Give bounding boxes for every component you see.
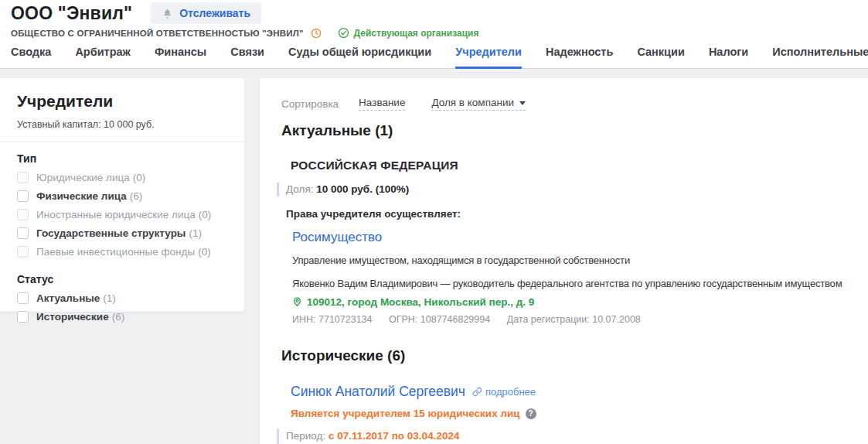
- inn-value: ИНН: 7710723134: [292, 314, 373, 325]
- follow-button-label: Отслеживать: [179, 7, 250, 19]
- company-page: ООО "Энвил" Отслеживать ОБЩЕСТВО С ОГРАН…: [0, 0, 868, 444]
- checkbox[interactable]: [17, 172, 29, 183]
- filter-label: Иностранные юридические лица: [36, 209, 196, 220]
- tab-sankcii[interactable]: Санкции: [637, 46, 684, 69]
- filter-foreign-entities[interactable]: Иностранные юридические лица(0): [17, 209, 227, 220]
- filter-count: (6): [112, 311, 125, 323]
- filter-label: Государственные структуры: [36, 227, 186, 239]
- filter-investment-funds[interactable]: Паевые инвестиционные фонды(0): [17, 246, 227, 258]
- agency-link[interactable]: Росимущество: [292, 230, 382, 245]
- ogrn-value: ОГРН: 1087746829994: [389, 314, 490, 325]
- sort-by-share-label: Доля в компании: [431, 97, 514, 108]
- sort-row: Сортировка Название Доля в компании: [281, 97, 853, 111]
- location-pin-icon: [292, 296, 302, 308]
- title-row: ООО "Энвил" Отслеживать: [0, 0, 868, 23]
- historical-section-heading: Исторические (6): [281, 347, 853, 364]
- help-icon[interactable]: [526, 408, 536, 419]
- filter-legal-entities[interactable]: Юридические лица(0): [17, 172, 227, 183]
- bell-icon: [162, 8, 173, 19]
- subtitle-row: ОБЩЕСТВО С ОГРАНИЧЕННОЙ ОТВЕТСТВЕННОСТЬЮ…: [0, 27, 868, 39]
- filter-count: (6): [130, 190, 143, 202]
- founder-card-russian-federation: РОССИЙСКАЯ ФЕДЕРАЦИЯ Доля: 10 000 руб. (…: [281, 159, 853, 325]
- checkbox[interactable]: [17, 246, 29, 258]
- sort-by-name[interactable]: Название: [359, 97, 405, 111]
- company-full-name: ОБЩЕСТВО С ОГРАНИЧЕННОЙ ОТВЕТСТВЕННОСТЬЮ…: [11, 29, 304, 38]
- filter-label: Физические лица: [36, 190, 127, 202]
- tab-finansy[interactable]: Финансы: [155, 46, 206, 69]
- sidebar-title: Учредители: [17, 92, 227, 111]
- filter-count: (0): [133, 172, 146, 183]
- details-link[interactable]: подробнее: [472, 386, 536, 398]
- page-title: ООО "Энвил": [11, 3, 132, 24]
- tab-svodka[interactable]: Сводка: [11, 46, 51, 69]
- tab-bar: Сводка Арбитраж Финансы Связи Суды общей…: [11, 46, 868, 69]
- filter-individuals[interactable]: Физические лица(6): [17, 190, 227, 202]
- tab-nalogi[interactable]: Налоги: [709, 46, 748, 69]
- chevron-down-icon: [519, 101, 526, 105]
- rights-label: Права учредителя осуществляет:: [286, 208, 853, 220]
- warning-text: Является учредителем 15 юридических лиц: [291, 408, 520, 419]
- filter-group-status-heading: Статус: [17, 273, 227, 285]
- clock-icon[interactable]: [311, 28, 322, 39]
- filters-sidebar: Учредители Уставный капитал: 10 000 руб.…: [0, 78, 244, 312]
- filter-actual[interactable]: Актуальные(1): [17, 292, 227, 304]
- filter-historical[interactable]: Исторические(6): [17, 311, 227, 323]
- filter-group-type-heading: Тип: [17, 152, 227, 165]
- period-block: Период: с 07.11.2017 по 03.04.2024 Руков…: [277, 429, 853, 444]
- agency-description: Управление имуществом, находящимся в гос…: [292, 252, 853, 268]
- checkbox[interactable]: [17, 227, 29, 239]
- period-label: Период:: [286, 430, 325, 442]
- share-label: Доля:: [286, 183, 313, 195]
- founder-warning-row: Является учредителем 15 юридических лиц: [291, 408, 853, 419]
- filter-count: (0): [199, 209, 212, 220]
- checkbox[interactable]: [17, 190, 29, 202]
- filter-count: (1): [189, 227, 202, 239]
- filter-state-structures[interactable]: Государственные структуры(1): [17, 227, 227, 239]
- filter-label: Исторические: [36, 311, 109, 323]
- person-link[interactable]: Синюк Анатолий Сергеевич: [291, 384, 465, 400]
- filter-count: (1): [103, 292, 116, 304]
- status-badge: Действующая организация: [338, 27, 479, 39]
- founders-content: Сортировка Название Доля в компании Акту…: [260, 78, 868, 444]
- filter-count: (0): [198, 246, 211, 258]
- founder-card-sinyuk: Синюк Анатолий Сергеевич подробнее Являе…: [281, 384, 853, 444]
- follow-button[interactable]: Отслеживать: [151, 2, 261, 24]
- period-value: с 07.11.2017 по 03.04.2024: [328, 430, 460, 442]
- agency-address-text: 109012, город Москва, Никольский пер., д…: [307, 296, 534, 308]
- sidebar-divider: [0, 142, 244, 142]
- status-badge-label: Действующая организация: [354, 28, 479, 39]
- tab-sudy[interactable]: Суды общей юрисдикции: [288, 46, 431, 69]
- period-row: Период: с 07.11.2017 по 03.04.2024: [286, 429, 853, 444]
- founder-name: РОССИЙСКАЯ ФЕДЕРАЦИЯ: [291, 159, 853, 172]
- checkbox[interactable]: [17, 292, 29, 304]
- tab-svyazi[interactable]: Связи: [230, 46, 264, 69]
- filter-label: Актуальные: [36, 292, 100, 304]
- tab-arbitrazh[interactable]: Арбитраж: [75, 46, 131, 69]
- checkbox[interactable]: [17, 311, 29, 323]
- actual-section-heading: Актуальные (1): [281, 122, 853, 139]
- tab-ispolnitelnye[interactable]: Исполнительные произв…: [772, 46, 868, 69]
- charter-capital: Уставный капитал: 10 000 руб.: [17, 119, 227, 130]
- registry-line: ИНН: 7710723134 ОГРН: 1087746829994 Дата…: [292, 314, 853, 325]
- checkbox[interactable]: [17, 209, 29, 220]
- filter-label: Юридические лица: [36, 172, 130, 183]
- share-value: 10 000 руб. (100%): [316, 183, 409, 195]
- registration-date: Дата регистрации: 10.07.2008: [507, 314, 641, 325]
- person-name-row: Синюк Анатолий Сергеевич подробнее: [291, 384, 853, 400]
- sort-label: Сортировка: [281, 98, 339, 110]
- agency-address[interactable]: 109012, город Москва, Никольский пер., д…: [292, 296, 853, 308]
- tab-nadezhnost[interactable]: Надежность: [546, 46, 613, 69]
- check-circle-icon: [338, 27, 349, 39]
- agency-head: Яковенко Вадим Владимирович — руководите…: [292, 275, 853, 292]
- page-header: ООО "Энвил" Отслеживать ОБЩЕСТВО С ОГРАН…: [0, 0, 868, 69]
- share-line: Доля: 10 000 руб. (100%): [277, 183, 853, 196]
- sort-by-share[interactable]: Доля в компании: [431, 97, 526, 111]
- details-link-label: подробнее: [485, 386, 536, 398]
- link-icon: [472, 387, 482, 397]
- filter-label: Паевые инвестиционные фонды: [36, 246, 195, 258]
- tab-uchrediteli[interactable]: Учредители: [455, 46, 522, 69]
